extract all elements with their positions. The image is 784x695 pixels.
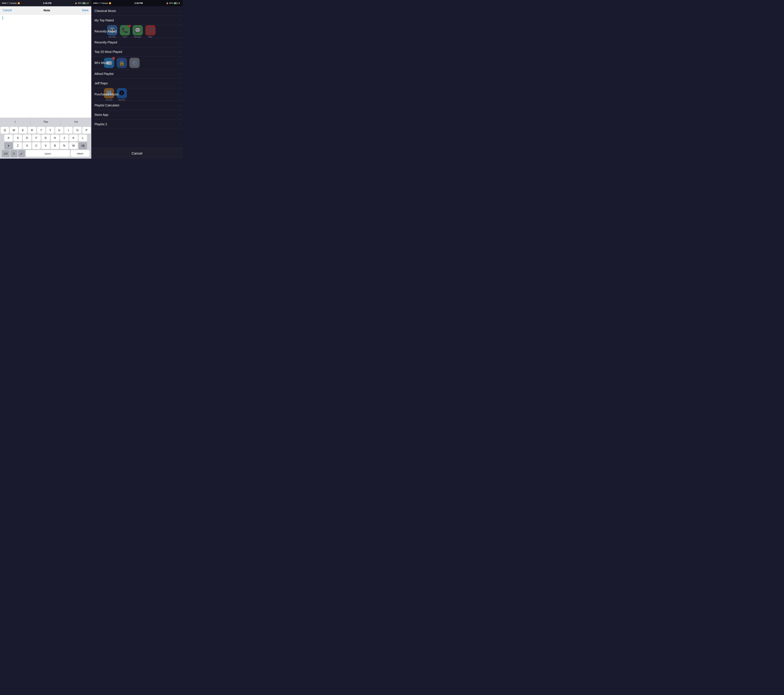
key-p[interactable]: P (82, 127, 91, 134)
playlist-item-text: Jeff Raps (94, 82, 108, 85)
key-d[interactable]: D (23, 135, 31, 141)
note-title: Note (43, 9, 50, 12)
chevron-right-icon: › (179, 10, 180, 12)
key-s[interactable]: S (13, 135, 22, 141)
key-return[interactable]: return (71, 150, 90, 157)
key-mic[interactable]: 🎤 (18, 150, 25, 157)
carrier-name-left: T-Mobile (9, 2, 17, 4)
playlist-item-calculator[interactable]: Playlist Calculator › (91, 101, 183, 110)
chevron-right-icon: › (179, 72, 180, 76)
note-body[interactable] (0, 15, 91, 118)
key-k[interactable]: K (69, 135, 78, 141)
keyboard-row-4: 123 ☺ 🎤 space return (1, 150, 91, 157)
wifi-icon-right: 📶 (109, 2, 111, 4)
bolt-icon-left: ⚡ (87, 2, 89, 4)
key-e[interactable]: E (19, 127, 27, 134)
key-space[interactable]: space (26, 150, 70, 157)
key-g[interactable]: G (41, 135, 50, 141)
key-x[interactable]: X (23, 142, 31, 149)
chevron-right-icon: › (179, 51, 180, 53)
key-a[interactable]: A (4, 135, 13, 141)
autocomplete-im[interactable]: I'm (61, 118, 91, 126)
playlist-item-classical[interactable]: Classical Music › (91, 6, 183, 16)
keyboard-row-2: A S D F G H J K L (1, 135, 91, 141)
autocomplete-the[interactable]: The (31, 118, 61, 126)
key-n[interactable]: N (60, 142, 69, 149)
playlist-item-recently-played[interactable]: Recently Played › (91, 38, 183, 47)
playlist-item-text: Purchased Music (94, 92, 119, 96)
dot4 (6, 3, 7, 3)
save-button[interactable]: Save (82, 9, 89, 12)
playlist-item-store[interactable]: Store App › (91, 110, 183, 120)
rdot4 (97, 3, 98, 3)
key-t[interactable]: T (37, 127, 45, 134)
key-j[interactable]: J (60, 135, 69, 141)
key-o[interactable]: O (73, 127, 82, 134)
playlist-item-text: Playlist 2 (94, 122, 107, 126)
signal-icon-right (94, 3, 99, 3)
dot2 (3, 3, 4, 3)
battery-percent-left: 86% (78, 2, 82, 4)
key-i[interactable]: I (64, 127, 72, 134)
battery-area-left: 🔒 86% ⚡ (75, 2, 89, 4)
keyboard: Q W E R T Y U I O P A S D F G H J K L ⬆ … (0, 126, 91, 159)
bolt-icon-right: ⚡ (178, 2, 180, 4)
status-bar-right: T-Mobile 📶 2:40 PM 🔒 86% ⚡ (91, 0, 183, 6)
key-shift[interactable]: ⬆ (4, 142, 13, 149)
signal-icon (2, 3, 8, 3)
key-y[interactable]: Y (46, 127, 54, 134)
playlist-item-recently-added[interactable]: 👽 Alien Blue 📞 1 Phone 💬 Messages 🎵 (91, 25, 183, 38)
playlist-item-alfred[interactable]: Alfred Playlist › (91, 69, 183, 79)
cancel-bottom-label: Cancel (132, 151, 142, 156)
dot5 (7, 3, 8, 3)
key-w[interactable]: W (10, 127, 18, 134)
playlist-item-90s[interactable]: ✉️ 2 🔒 ⚙️ 90's Music › (91, 57, 183, 69)
key-h[interactable]: H (51, 135, 59, 141)
key-backspace[interactable]: ⌫ (79, 142, 87, 149)
cancel-button[interactable]: Cancel (3, 9, 12, 12)
note-header: Cancel Note Save (0, 6, 91, 15)
app-phone: 📞 1 Phone (120, 25, 130, 38)
key-f[interactable]: F (32, 135, 41, 141)
playlist-item-text: Alfred Playlist (94, 72, 114, 76)
rdot3 (96, 3, 97, 3)
key-m[interactable]: M (69, 142, 78, 149)
key-r[interactable]: R (28, 127, 36, 134)
playlist-item-top25[interactable]: Top 25 Most Played › (91, 47, 183, 57)
wifi-icon-left: 📶 (18, 2, 20, 4)
key-v[interactable]: V (41, 142, 50, 149)
playlist-item-text: Recently Added (94, 30, 117, 33)
cancel-bottom-button[interactable]: Cancel (91, 148, 183, 159)
playlist-item-playlist2[interactable]: Playlist 2 › (91, 120, 183, 129)
battery-percent-right: 86% (169, 2, 173, 4)
playlist-item-top-rated[interactable]: My Top Rated › (91, 16, 183, 25)
key-b[interactable]: B (51, 142, 59, 149)
playlist-item-text: Recently Played (94, 41, 117, 44)
rdot2 (95, 3, 96, 3)
playlist-list: Classical Music › My Top Rated › 👽 Alien… (91, 6, 183, 148)
chevron-right-icon: › (179, 41, 180, 44)
playlist-item-purchased[interactable]: 🔢 Calculator 🅐 App Store Purchased Music… (91, 88, 183, 101)
playlist-item-text: Store App (94, 113, 108, 117)
rdot5 (99, 3, 99, 3)
key-l[interactable]: L (79, 135, 87, 141)
key-c[interactable]: C (32, 142, 41, 149)
app-1password-bg: 🔒 (117, 58, 127, 68)
key-u[interactable]: U (55, 127, 63, 134)
key-q[interactable]: Q (1, 127, 9, 134)
key-z[interactable]: Z (13, 142, 22, 149)
keyboard-row-3: ⬆ Z X C V B N M ⌫ (1, 142, 91, 149)
playlist-item-jeff-raps[interactable]: Jeff Raps › (91, 79, 183, 88)
playlist-item-text: Playlist Calculator (94, 104, 120, 107)
playlist-item-text: Top 25 Most Played (94, 50, 122, 54)
app-music: 🎵 Music (145, 25, 156, 38)
autocomplete-i[interactable]: I (0, 118, 31, 126)
chevron-right-icon: › (179, 93, 180, 96)
lock-icon-left: 🔒 (75, 2, 77, 4)
chevron-right-icon: › (179, 19, 180, 22)
key-numbers[interactable]: 123 (2, 150, 10, 157)
key-emoji[interactable]: ☺ (10, 150, 17, 157)
battery-fill-right (174, 3, 176, 4)
battery-fill-left (83, 3, 85, 4)
battery-area-right: 🔒 86% ⚡ (166, 2, 180, 4)
